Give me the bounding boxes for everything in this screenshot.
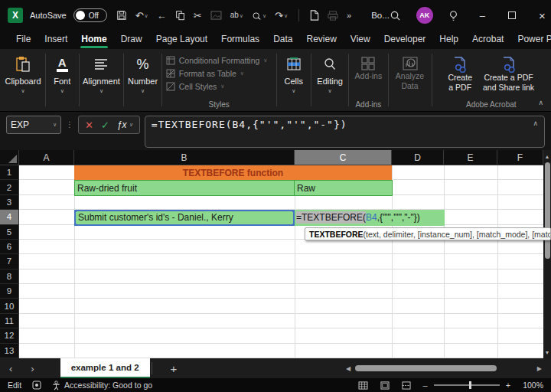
formula-bar-collapse-icon[interactable]: ∧ (533, 119, 538, 127)
number-group-button[interactable]: % Number ∨ (125, 49, 160, 111)
tab-help[interactable]: Help (432, 31, 465, 48)
row-header-6[interactable]: 6 (0, 240, 19, 254)
tab-developer[interactable]: Developer (377, 31, 433, 48)
column-header-f[interactable]: F (497, 150, 543, 165)
maximize-button[interactable] (508, 11, 516, 19)
row-header-1[interactable]: 1 (0, 165, 19, 180)
tab-view[interactable]: View (344, 31, 377, 48)
horizontal-scroll-thumb[interactable] (355, 365, 497, 371)
column-header-c[interactable]: C (295, 150, 392, 165)
row-header-7[interactable]: 7 (0, 254, 19, 269)
add-sheet-icon[interactable]: + (154, 362, 194, 375)
search-icon[interactable] (390, 10, 401, 21)
avatar[interactable]: AK (416, 7, 433, 24)
tab-review[interactable]: Review (299, 31, 343, 48)
create-pdf-share-button[interactable]: Create a PDF and Share link (480, 54, 537, 94)
ribbon-collapse-icon[interactable]: ∧ (538, 99, 543, 106)
zoom-out-icon[interactable]: – (423, 381, 428, 390)
row-header-4[interactable]: 4 (0, 210, 19, 224)
qat-overflow-icon[interactable]: » (347, 11, 351, 20)
undo-icon[interactable]: ↶∨ (135, 11, 148, 21)
cell-b2[interactable]: Raw-dried fruit (74, 180, 295, 195)
row-header-12[interactable]: 12 (0, 328, 19, 343)
sheet-nav-right-icon[interactable]: › (21, 363, 43, 374)
copy-icon[interactable] (175, 10, 185, 21)
formula-bar-grip[interactable]: ⋮ (66, 116, 73, 129)
horizontal-scroll-track[interactable] (355, 365, 533, 372)
cancel-icon[interactable]: ✕ (85, 119, 93, 131)
tab-home[interactable]: Home (74, 31, 113, 48)
font-group-button[interactable]: A Font ∨ (47, 49, 78, 111)
row-header-9[interactable]: 9 (0, 284, 19, 299)
column-header-d[interactable]: D (392, 150, 444, 165)
row-header-2[interactable]: 2 (0, 180, 19, 194)
cell-c2[interactable]: Raw (295, 180, 393, 195)
sheet-tab-active[interactable]: example 1 and 2 (60, 358, 150, 378)
scroll-down-icon[interactable]: ▼ (543, 349, 551, 357)
cell-b4-referenced[interactable]: Submit customer's id's - Daniel., Kerry (74, 210, 295, 225)
cells-area[interactable]: TEXTBEFORE function Raw-dried fruit Raw … (19, 165, 543, 358)
alignment-group-button[interactable]: Alignment ∨ (80, 49, 122, 111)
tab-data[interactable]: Data (266, 31, 299, 48)
range-handle[interactable] (74, 224, 77, 226)
sheet-nav-left-icon[interactable]: ‹ (0, 363, 21, 374)
cell-b1-merged-title[interactable]: TEXTBEFORE function (74, 165, 392, 181)
editing-group-button[interactable]: Editing ∨ (312, 49, 347, 111)
cell-c4-editing[interactable]: =TEXTBEFORE(B4,{"'","'","-"}) (295, 210, 445, 225)
vertical-scrollbar[interactable]: ▲ ▼ (543, 150, 551, 358)
tab-draw[interactable]: Draw (114, 31, 149, 48)
formula-input[interactable]: =TEXTBEFORE(B4,{"'","'","-"}) ∧ (145, 116, 545, 148)
insert-function-button[interactable]: ƒx∨ (117, 119, 133, 130)
create-pdf-button[interactable]: Create a PDF (445, 54, 475, 94)
normal-view-icon[interactable] (358, 381, 368, 390)
row-header-5[interactable]: 5 (0, 225, 19, 240)
select-all-corner[interactable] (0, 150, 19, 165)
column-header-b[interactable]: B (74, 150, 295, 165)
document-title[interactable]: Bo... (371, 11, 390, 20)
tab-formulas[interactable]: Formulas (214, 31, 266, 48)
redo-icon[interactable]: ↷∨ (275, 11, 288, 21)
new-file-icon[interactable] (310, 10, 319, 21)
tab-insert[interactable]: Insert (37, 31, 74, 48)
row-header-10[interactable]: 10 (0, 299, 19, 313)
scroll-up-icon[interactable]: ▲ (543, 153, 551, 161)
zoom-thumb[interactable] (469, 381, 471, 389)
zoom-track[interactable] (434, 384, 500, 386)
tab-power-pivot[interactable]: Power Pivot (510, 31, 551, 48)
vertical-scroll-thumb[interactable] (545, 162, 550, 259)
tab-acrobat[interactable]: Acrobat (465, 31, 510, 48)
lightbulb-icon[interactable] (448, 10, 458, 21)
scroll-right-icon[interactable]: ▶ (537, 365, 542, 372)
autosave-toggle[interactable]: Off (73, 8, 107, 22)
column-header-e[interactable]: E (444, 150, 497, 165)
enter-icon[interactable]: ✓ (101, 119, 109, 131)
close-button[interactable]: × (539, 9, 546, 22)
cut-icon[interactable]: ✂ (194, 11, 202, 21)
row-header-3[interactable]: 3 (0, 195, 19, 210)
page-layout-view-icon[interactable] (380, 381, 390, 390)
separator (152, 362, 152, 374)
tab-page-layout[interactable]: Page Layout (149, 31, 214, 48)
column-header-a[interactable]: A (19, 150, 74, 165)
save-icon[interactable] (116, 10, 127, 21)
spelling-icon[interactable]: ab∨ (230, 11, 243, 19)
row-header-11[interactable]: 11 (0, 314, 19, 328)
range-handle[interactable] (74, 210, 77, 212)
scroll-left-icon[interactable]: ◀ (346, 365, 350, 372)
draw-touch-icon[interactable]: ∨ (252, 11, 266, 21)
accessibility-status[interactable]: Accessibility: Good to go (52, 381, 152, 390)
minimize-button[interactable]: – (480, 10, 485, 21)
zoom-level[interactable]: 100% (523, 381, 543, 390)
tab-file[interactable]: File (9, 31, 37, 48)
clipboard-group-button[interactable]: Clipboard ∨ (2, 49, 44, 111)
name-box[interactable]: EXP ∨ (6, 116, 61, 134)
cells-group-button[interactable]: Cells ∨ (278, 49, 310, 111)
row-header-8[interactable]: 8 (0, 270, 19, 284)
row-header-13[interactable]: 13 (0, 344, 19, 358)
zoom-in-icon[interactable]: + (506, 381, 510, 390)
zoom-slider[interactable]: – + (423, 381, 511, 390)
back-arrow-icon[interactable]: ← (157, 11, 167, 21)
macro-record-icon[interactable] (32, 381, 41, 390)
page-break-view-icon[interactable] (402, 381, 411, 390)
horizontal-scrollbar[interactable]: ◀ ▶ (346, 365, 551, 372)
